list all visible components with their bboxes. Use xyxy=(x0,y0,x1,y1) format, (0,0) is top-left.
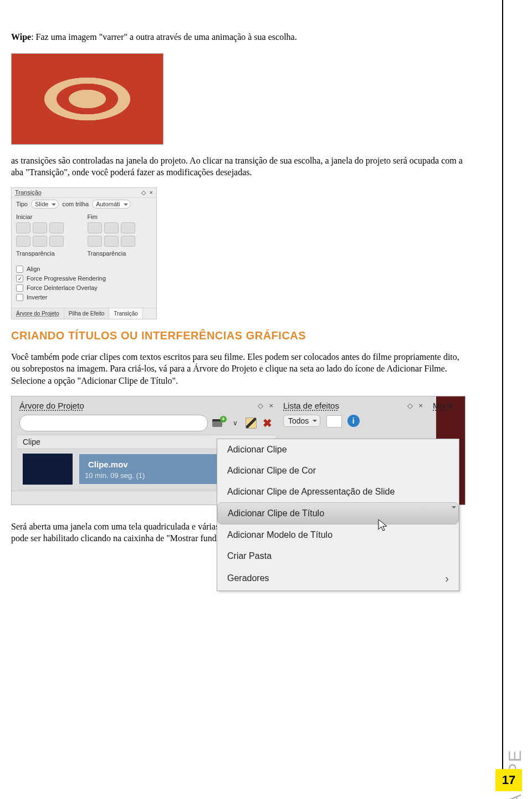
menu-geradores[interactable]: Geradores xyxy=(217,567,459,591)
transparencia-end: Transparência xyxy=(88,250,152,257)
slot[interactable] xyxy=(33,236,47,247)
force-prog-checkbox[interactable]: ✓ xyxy=(16,275,23,282)
tab-transicao[interactable]: Transição xyxy=(109,308,143,319)
monit-title: Monit xyxy=(433,401,453,410)
delete-icon[interactable]: ✖ xyxy=(261,417,273,429)
menu-criar-pasta[interactable]: Criar Pasta xyxy=(217,546,459,567)
force-deint-checkbox[interactable] xyxy=(16,284,23,292)
align-label: Align xyxy=(27,266,40,272)
force-deint-label: Force Deinterlace Overlay xyxy=(27,284,98,291)
section-heading: CRIANDO TÍTULOS OU INTERFERÊNCIAS GRÁFIC… xyxy=(11,329,466,342)
comtrilha-label: com trilha xyxy=(62,201,89,207)
filter-box[interactable] xyxy=(326,415,342,428)
tipo-label: Tipo xyxy=(16,201,28,207)
slot[interactable] xyxy=(121,222,135,233)
todos-select[interactable]: Todos xyxy=(283,415,320,427)
force-prog-label: Force Progressive Rendering xyxy=(27,275,106,282)
panel-pin-close[interactable]: ◇ × xyxy=(141,189,153,196)
wipe-example-image xyxy=(11,53,163,145)
edit-icon[interactable] xyxy=(245,418,257,429)
add-clip-icon[interactable] xyxy=(212,417,224,429)
slot[interactable] xyxy=(16,222,30,233)
wipe-label: Wipe xyxy=(11,32,31,42)
wipe-text: : Faz uma imagem "varrer" a outra atravé… xyxy=(31,32,297,42)
panel-title: Transição xyxy=(15,189,42,196)
right-border xyxy=(502,0,503,779)
transition-panel: Transição ◇ × Tipo Slide com trilha Auto… xyxy=(11,187,157,319)
fim-label: Fim xyxy=(88,213,152,220)
tab-arvore[interactable]: Árvore do Projeto xyxy=(12,308,64,319)
transparencia-start: Transparência xyxy=(16,250,81,257)
clip-name: Clipe.mov xyxy=(85,459,131,470)
clip-thumbnail xyxy=(23,454,73,485)
menu-add-titulo[interactable]: Adicionar Clipe de Título xyxy=(217,502,459,525)
tipo-select[interactable]: Slide xyxy=(31,200,59,208)
auto-select[interactable]: Automáti xyxy=(92,200,130,208)
arvore-title: Árvore do Projeto xyxy=(19,401,84,410)
slot[interactable] xyxy=(104,236,119,247)
inverter-checkbox[interactable] xyxy=(16,294,23,301)
pin-close-icons[interactable]: ◇ × xyxy=(258,401,273,410)
iniciar-label: Iniciar xyxy=(16,213,81,220)
slot[interactable] xyxy=(88,222,102,233)
slot[interactable] xyxy=(88,236,102,247)
cursor-icon xyxy=(377,518,388,533)
titles-paragraph: Você também pode criar clipes com textos… xyxy=(11,351,466,387)
dropdown-arrow-icon[interactable]: ∨ xyxy=(229,417,241,429)
tab-pilha[interactable]: Pilha de Efeito xyxy=(64,308,110,319)
slot[interactable] xyxy=(33,222,47,233)
wipe-paragraph: Wipe: Faz uma imagem "varrer" a outra at… xyxy=(11,31,466,43)
page-number: 17 xyxy=(495,769,522,791)
slot[interactable] xyxy=(16,236,30,247)
search-input[interactable] xyxy=(19,415,208,431)
slot[interactable] xyxy=(49,222,64,233)
menu-add-modelo[interactable]: Adicionar Modelo de Título xyxy=(217,525,459,546)
transitions-paragraph: as transições são controladas na janela … xyxy=(11,155,466,179)
info-icon[interactable]: i xyxy=(347,415,360,427)
align-checkbox[interactable] xyxy=(16,266,23,273)
project-tree-panel: Árvore do Projeto ◇ × ∨ ✖ Clipe xyxy=(11,396,466,505)
inverter-label: Inverter xyxy=(27,294,47,301)
slot[interactable] xyxy=(104,222,119,233)
slot[interactable] xyxy=(49,236,64,247)
lista-title: Lista de efeitos xyxy=(283,401,339,410)
slot[interactable] xyxy=(121,236,135,247)
pin-close-icons-2[interactable]: ◇ × xyxy=(407,401,423,410)
